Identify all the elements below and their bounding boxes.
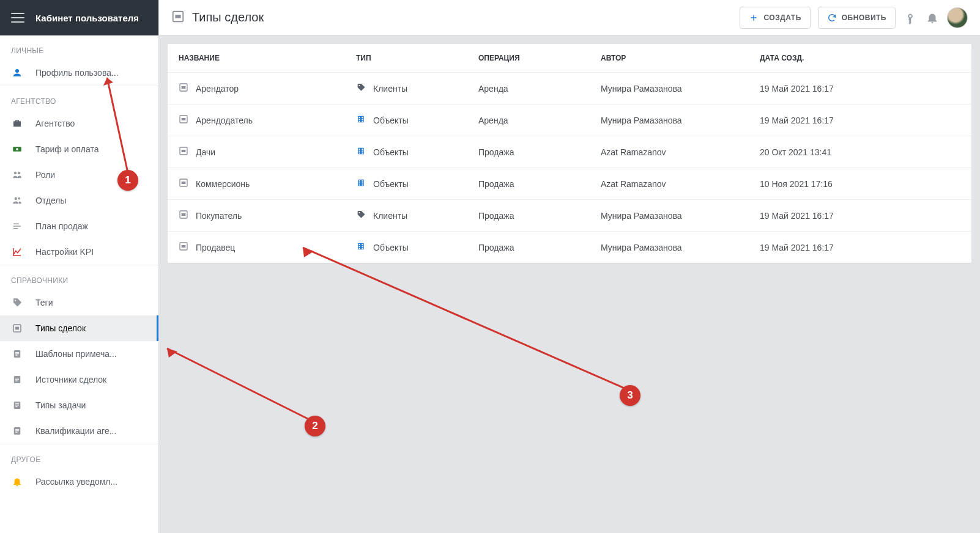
row-type: Клиенты [373,84,407,94]
row-name: Дачи [196,147,215,157]
svg-rect-45 [359,180,360,182]
sidebar-item-deal-sources[interactable]: Источники сделок [0,367,158,392]
chart-line-icon [11,246,23,258]
sidebar-item-label: Роли [35,170,55,180]
refresh-button[interactable]: ОБНОВИТЬ [818,7,896,29]
sidebar-item-notifications-mailing[interactable]: Рассылка уведомл... [0,469,158,494]
row-author: Мунира Рамазанова [590,232,749,263]
svg-rect-60 [359,248,360,249]
row-created: 19 Май 2021 16:17 [749,200,971,232]
table-row[interactable]: ПродавецОбъектыПродажаМунира Рамазанова1… [168,232,971,263]
svg-rect-61 [362,248,363,249]
sidebar-item-profile[interactable]: Профиль пользова... [0,60,158,86]
table-card: НАЗВАНИЕ ТИП ОПЕРАЦИЯ АВТОР ДАТА СОЗД. А… [168,44,971,263]
svg-rect-38 [359,150,360,152]
svg-rect-10 [15,379,19,380]
sidebar-item-label: Тариф и оплата [35,144,99,154]
svg-rect-17 [15,429,19,430]
bell-icon[interactable] [925,10,940,25]
row-created: 20 Окт 2021 13:41 [749,136,971,168]
table-row[interactable]: АрендаторКлиентыАрендаМунира Рамазанова1… [168,73,971,105]
create-button-label: СОЗДАТЬ [763,13,801,22]
sidebar-item-note-templates[interactable]: Шаблоны примеча... [0,341,158,367]
row-name: Покупатель [196,211,242,221]
sidebar-item-sales-plan[interactable]: План продаж [0,213,158,239]
svg-rect-34 [182,150,186,152]
sidebar-item-label: Отделы [35,196,67,205]
table-row[interactable]: ДачиОбъектыПродажаAzat Ramazanov20 Окт 2… [168,136,971,168]
sidebar-title: Кабинет пользователя [35,13,139,23]
col-operation[interactable]: ОПЕРАЦИЯ [467,44,590,73]
group-icon [11,169,23,181]
svg-rect-21 [175,15,180,18]
row-type: Объекты [373,243,409,252]
sidebar-item-task-types[interactable]: Типы задачи [0,392,158,418]
sidebar-item-label: Квалификации аге... [35,426,116,436]
row-author: Azat Ramazanov [590,136,749,168]
sidebar-item-label: Агентство [35,119,75,128]
row-name: Арендодатель [196,116,253,125]
svg-rect-43 [182,182,186,184]
user-avatar[interactable] [947,7,968,28]
menu-toggle-icon[interactable] [11,13,24,23]
svg-rect-48 [362,182,363,183]
row-operation: Продажа [467,200,590,232]
svg-rect-50 [362,185,363,186]
svg-rect-41 [362,153,363,154]
row-name: Продавец [196,243,235,252]
table-row[interactable]: АрендодательОбъектыАрендаМунира Рамазано… [168,105,971,136]
row-name: Коммерсионь [196,179,250,189]
row-author: Azat Ramazanov [590,168,749,200]
row-operation: Аренда [467,105,590,136]
svg-rect-15 [15,406,18,407]
sidebar-section-label: ДРУГОЕ [0,444,158,469]
refresh-icon [827,13,837,23]
row-created: 10 Ноя 2021 17:16 [749,168,971,200]
sidebar-header: Кабинет пользователя [0,0,158,35]
tag-icon [11,296,23,309]
svg-rect-39 [362,150,363,152]
svg-rect-3 [15,327,19,330]
briefcase-icon [11,117,23,130]
document-icon [11,399,23,411]
sidebar-item-roles[interactable]: Роли [0,162,158,188]
page-title: Типы сделок [192,10,264,24]
svg-rect-36 [359,149,360,150]
svg-rect-13 [15,403,19,404]
svg-rect-28 [362,117,363,118]
col-author[interactable]: АВТОР [590,44,749,73]
sidebar-item-kpi[interactable]: Настройки KPI [0,239,158,265]
sidebar-item-agent-qualifications[interactable]: Квалификации аге... [0,418,158,444]
table-row[interactable]: КоммерсионьОбъектыПродажаAzat Ramazanov1… [168,168,971,200]
sidebar-item-label: Профиль пользова... [35,68,119,78]
sidebar-item-billing[interactable]: Тариф и оплата [0,136,158,162]
sidebar: Кабинет пользователя ЛИЧНЫЕ Профиль поль… [0,0,159,533]
objects-icon [356,178,366,189]
create-button[interactable]: СОЗДАТЬ [740,7,810,29]
svg-rect-30 [362,119,363,120]
sidebar-item-tags[interactable]: Теги [0,290,158,315]
deal-icon [179,114,188,126]
cash-icon [11,143,23,155]
sidebar-section-label: АГЕНТСТВО [0,86,158,111]
deal-icon [171,10,185,25]
row-created: 19 Май 2021 16:17 [749,73,971,105]
sidebar-item-deal-types[interactable]: Типы сделок [0,315,158,341]
sidebar-item-label: План продаж [35,221,88,231]
sidebar-item-agency[interactable]: Агентство [0,111,158,136]
deal-icon [179,241,188,253]
person-icon [11,67,23,79]
col-name[interactable]: НАЗВАНИЕ [168,44,345,73]
svg-rect-7 [15,355,18,356]
key-icon[interactable] [903,10,918,25]
deal-icon [179,210,188,221]
sidebar-item-departments[interactable]: Отделы [0,188,158,213]
table-row[interactable]: ПокупательКлиентыПродажаМунира Рамазанов… [168,200,971,232]
svg-rect-59 [362,246,363,247]
row-operation: Аренда [467,73,590,105]
svg-rect-25 [182,118,186,120]
row-created: 19 Май 2021 16:17 [749,105,971,136]
col-created[interactable]: ДАТА СОЗД. [749,44,971,73]
plus-icon [749,13,759,23]
col-type[interactable]: ТИП [345,44,467,73]
